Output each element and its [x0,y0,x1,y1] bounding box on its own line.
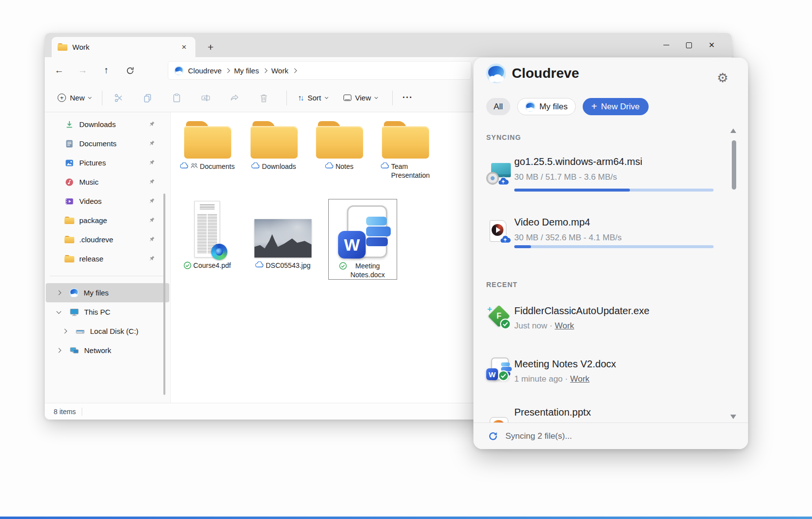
folder-tile-documents[interactable]: Documents [175,121,240,171]
divider [102,91,102,105]
panel-title: Cloudreve [512,65,579,81]
refresh-icon [125,66,135,75]
file-name: Meeting Notes.docx [349,261,386,279]
progress-fill [514,189,630,192]
sidebar-item-package[interactable]: package [46,211,169,230]
tab-work[interactable]: Work × [52,37,195,57]
new-button[interactable]: + New [52,90,97,106]
sidebar-item-videos[interactable]: Videos [46,192,169,211]
refresh-button[interactable] [121,62,139,79]
gear-icon[interactable]: ⚙ [717,70,728,86]
tab-close-icon[interactable]: × [179,42,189,53]
scroll-down-arrow[interactable] [730,415,736,419]
scroll-up-arrow[interactable] [730,129,736,133]
sidebar-item-pictures[interactable]: Pictures [46,153,169,172]
view-icon [344,95,351,101]
check-badge-icon [500,319,511,329]
downloads-icon [64,120,74,130]
edge-browser-icon [211,244,227,260]
chevron-right-icon [56,348,61,353]
rename-button[interactable]: A [194,88,217,108]
folder-name: Notes [336,162,354,171]
sidebar-item-network[interactable]: Network [46,341,169,360]
tab-all[interactable]: All [486,98,510,115]
sidebar-item-release[interactable]: release [46,249,169,268]
back-button[interactable]: ← [50,62,68,79]
panel-scroll-area[interactable]: SYNCING go1.25.5.windows-arm64.msi 30 MB… [473,122,748,422]
recent-file-name: Meeting Notes V2.docx [514,358,616,370]
recent-file-meta: Just now · Work [514,321,574,331]
sort-button-label: Sort [308,94,321,102]
check-badge-icon [498,370,509,381]
photo-thumbnail [254,219,312,258]
folder-tile-notes[interactable]: Notes [307,121,372,171]
pin-icon [148,235,156,244]
folder-icon [184,121,231,159]
pin-icon [148,120,156,129]
sort-button[interactable]: ↑↓ Sort [292,90,334,106]
new-tab-button[interactable]: + [203,40,218,55]
word-file-icon: W [338,205,387,258]
file-tile-dsc05543-jpg[interactable]: DSC05543.jpg [252,201,313,270]
minimize-button[interactable] [655,35,678,55]
video-file-icon [486,220,512,243]
pictures-icon [64,158,74,168]
panel-scrollbar-thumb[interactable] [732,140,736,190]
paste-button[interactable] [165,88,188,108]
share-button[interactable] [223,88,246,108]
cloud-status-icon [251,162,260,169]
svg-text:A: A [203,96,206,100]
tab-title: Work [72,43,90,51]
tab-my-files[interactable]: My files [517,98,576,115]
forward-button[interactable]: → [73,62,92,79]
work-folder-link[interactable]: Work [555,321,574,330]
sidebar-item-this-pc[interactable]: This PC [46,302,169,322]
synced-check-icon [339,262,347,270]
copy-button[interactable] [136,88,159,108]
sidebar-item-local-disk[interactable]: Local Disk (C:) [46,322,169,341]
breadcrumb[interactable]: Cloudreve My files Work [168,61,471,80]
close-button[interactable]: × [700,35,723,55]
folder-icon [64,236,74,243]
sidebar-item-downloads[interactable]: Downloads [46,115,169,134]
maximize-button[interactable] [678,35,700,55]
word-w-badge: W [338,231,366,259]
recent-file-name: FiddlerClassicAutoUpdater.exe [514,305,650,317]
chevron-down-icon [375,95,378,98]
breadcrumb-my-files[interactable]: My files [234,66,259,75]
file-tile-course4-pdf[interactable]: Course4.pdf [178,201,237,270]
new-button-label: New [70,94,85,102]
pin-icon [148,139,156,148]
shared-people-icon [190,162,198,169]
breadcrumb-work[interactable]: Work [271,66,288,75]
chevron-down-icon [56,309,61,314]
sidebar-item-documents[interactable]: Documents [46,134,169,153]
sidebar-item-music[interactable]: Music [46,172,169,192]
sidebar-item-cloudreve-folder[interactable]: .cloudreve [46,230,169,249]
syncing-header: SYNCING [486,133,521,141]
word-file-icon: W [486,357,512,380]
work-folder-link[interactable]: Work [570,374,589,384]
delete-button[interactable] [252,88,275,108]
folder-tile-team-presentation[interactable]: Team Presentation [373,121,438,180]
more-options-button[interactable]: ··· [398,91,418,105]
chevron-down-icon [88,95,92,98]
sidebar-item-my-files[interactable]: My files [46,283,169,302]
pin-icon [148,255,156,263]
cut-button[interactable] [107,88,130,108]
sync-progress-text: 30 MB / 352.6 MB - 4.1 MB/s [514,233,622,243]
chevron-right-icon [225,68,230,73]
cloudreve-logo-icon [174,66,184,75]
new-drive-button[interactable]: + New Drive [583,98,649,115]
folder-tile-downloads[interactable]: Downloads [241,121,307,171]
divider [82,408,82,416]
sidebar-scrollbar[interactable] [163,194,165,395]
file-tile-meeting-notes-docx-selected[interactable]: W Meeting Notes.docx [328,199,397,280]
view-button[interactable]: View [338,90,383,106]
up-button[interactable]: ↑ [97,62,116,79]
breadcrumb-cloudreve[interactable]: Cloudreve [188,66,221,75]
share-icon [229,93,240,103]
plus-icon: + [592,101,597,111]
copy-icon [142,93,153,103]
folder-icon [64,217,74,224]
